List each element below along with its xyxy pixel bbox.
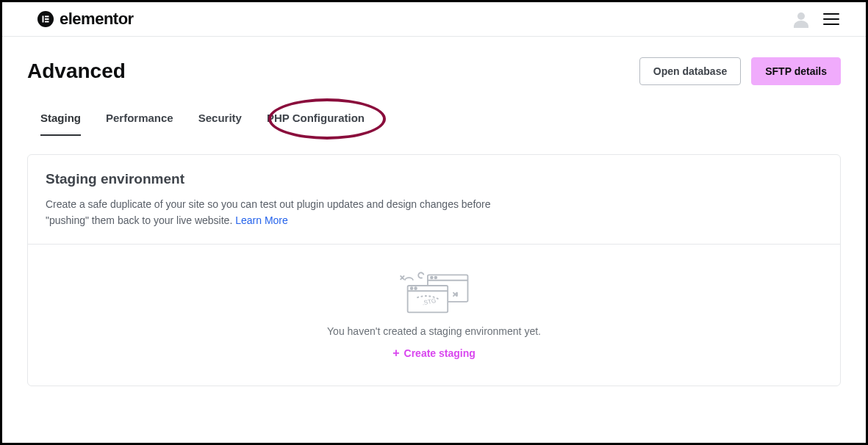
svg-rect-1 bbox=[45, 16, 49, 18]
staging-illustration-icon: .STG bbox=[394, 271, 475, 315]
panel-description: Create a safe duplicate of your site so … bbox=[46, 196, 516, 229]
tab-performance[interactable]: Performance bbox=[106, 112, 173, 136]
brand-name: elementor bbox=[60, 10, 134, 29]
svg-point-11 bbox=[410, 287, 412, 289]
open-database-button[interactable]: Open database bbox=[639, 57, 741, 85]
content-area: Advanced Open database SFTP details Stag… bbox=[2, 37, 866, 401]
staging-panel: Staging environment Create a safe duplic… bbox=[27, 154, 841, 386]
topbar-right bbox=[792, 10, 839, 28]
header-actions: Open database SFTP details bbox=[639, 57, 841, 85]
plus-icon: + bbox=[392, 347, 399, 359]
menu-icon[interactable] bbox=[823, 13, 839, 25]
panel-header: Staging environment Create a safe duplic… bbox=[28, 155, 840, 245]
tab-security[interactable]: Security bbox=[198, 112, 242, 136]
panel-body: .STG You haven't created a staging envir… bbox=[28, 245, 840, 386]
page-title: Advanced bbox=[27, 59, 126, 83]
tab-php-configuration[interactable]: PHP Configuration bbox=[267, 112, 365, 136]
create-staging-button[interactable]: + Create staging bbox=[392, 347, 476, 359]
page-header: Advanced Open database SFTP details bbox=[27, 57, 841, 85]
svg-point-7 bbox=[431, 277, 433, 279]
brand-logo[interactable]: elementor bbox=[37, 10, 134, 29]
learn-more-link[interactable]: Learn More bbox=[235, 214, 288, 226]
brand-mark-icon bbox=[37, 11, 54, 27]
create-staging-label: Create staging bbox=[404, 347, 476, 359]
tab-staging[interactable]: Staging bbox=[40, 112, 81, 136]
svg-point-12 bbox=[415, 287, 417, 289]
svg-point-8 bbox=[434, 277, 437, 279]
user-avatar-icon[interactable] bbox=[792, 10, 810, 28]
elementor-glyph-icon bbox=[41, 15, 50, 23]
svg-rect-0 bbox=[43, 16, 44, 23]
svg-point-4 bbox=[797, 12, 805, 20]
empty-state-text: You haven't created a staging environmen… bbox=[327, 325, 541, 337]
svg-rect-2 bbox=[45, 18, 49, 20]
sftp-details-button[interactable]: SFTP details bbox=[751, 57, 841, 85]
tabs: Staging Performance Security PHP Configu… bbox=[27, 112, 841, 137]
svg-rect-3 bbox=[45, 21, 49, 23]
topbar: elementor bbox=[2, 2, 866, 37]
panel-title: Staging environment bbox=[46, 171, 822, 187]
